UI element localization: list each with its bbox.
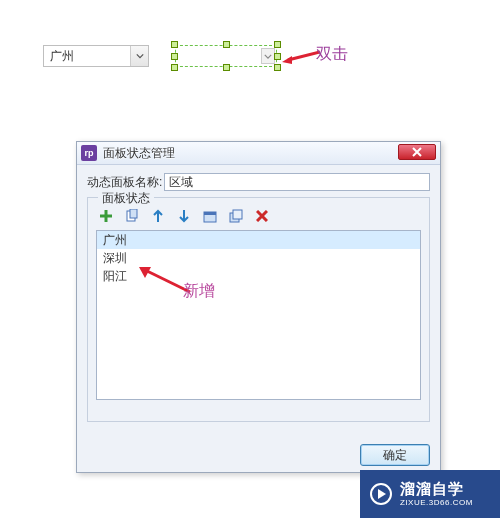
watermark-sub: ZIXUE.3D66.COM xyxy=(400,499,473,507)
watermark-title: 溜溜自学 xyxy=(400,481,473,496)
copy-icon[interactable] xyxy=(124,208,140,224)
panel-name-input[interactable] xyxy=(164,173,430,191)
dialog-title: 面板状态管理 xyxy=(103,145,175,162)
resize-handle[interactable] xyxy=(274,41,281,48)
svg-rect-5 xyxy=(233,210,242,219)
name-field-row: 动态面板名称: xyxy=(87,173,430,191)
states-groupbox: 面板状态 xyxy=(87,197,430,422)
add-icon[interactable] xyxy=(98,208,114,224)
ok-button-label: 确定 xyxy=(383,447,407,464)
annotation-doubleclick: 双击 xyxy=(316,44,348,65)
name-field-label: 动态面板名称: xyxy=(87,174,162,191)
play-icon xyxy=(370,483,392,505)
svg-rect-3 xyxy=(204,212,216,215)
delete-icon[interactable] xyxy=(254,208,270,224)
svg-rect-1 xyxy=(130,209,137,218)
duplicate-icon[interactable] xyxy=(228,208,244,224)
close-button[interactable] xyxy=(398,144,436,160)
list-item[interactable]: 广州 xyxy=(97,231,420,249)
ok-button[interactable]: 确定 xyxy=(360,444,430,466)
dialog-footer: 确定 xyxy=(360,444,430,466)
panel-state-dialog: rp 面板状态管理 动态面板名称: 面板状态 xyxy=(76,141,441,473)
region-dropdown-value: 广州 xyxy=(44,48,130,65)
resize-handle[interactable] xyxy=(171,41,178,48)
arrow-annotation-icon xyxy=(280,48,320,66)
chevron-down-icon xyxy=(261,48,275,64)
watermark: 溜溜自学 ZIXUE.3D66.COM xyxy=(360,470,500,518)
region-dropdown[interactable]: 广州 xyxy=(43,45,149,67)
chevron-down-icon[interactable] xyxy=(130,46,148,66)
resize-handle[interactable] xyxy=(223,41,230,48)
edit-icon[interactable] xyxy=(202,208,218,224)
annotation-addnew: 新增 xyxy=(183,281,215,302)
resize-handle[interactable] xyxy=(171,53,178,60)
states-listbox[interactable]: 广州 深圳 阳江 xyxy=(96,230,421,400)
resize-handle[interactable] xyxy=(223,64,230,71)
states-toolbar xyxy=(96,204,421,230)
selected-widget[interactable] xyxy=(175,45,277,67)
arrow-down-icon[interactable] xyxy=(176,208,192,224)
dialog-titlebar[interactable]: rp 面板状态管理 xyxy=(77,142,440,165)
arrow-up-icon[interactable] xyxy=(150,208,166,224)
app-icon: rp xyxy=(81,145,97,161)
dialog-body: 动态面板名称: 面板状态 xyxy=(77,165,440,422)
groupbox-legend: 面板状态 xyxy=(98,190,154,207)
resize-handle[interactable] xyxy=(171,64,178,71)
